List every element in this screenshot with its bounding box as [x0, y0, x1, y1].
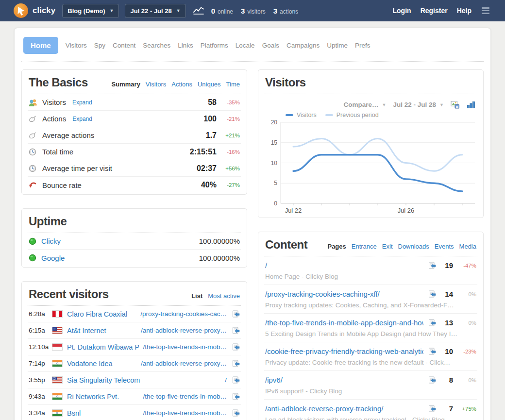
- recent-visitors-rows: 6:28aClaro Fibra Coaxial/proxy-tracking-…: [28, 306, 241, 420]
- content-row: /19-47%Home Page - Clicky Blog: [264, 256, 477, 285]
- expand-link[interactable]: Expand: [72, 99, 92, 106]
- site-selector-dropdown[interactable]: Blog (Demo) ▼: [62, 4, 119, 18]
- bar-chart-icon[interactable]: [467, 101, 475, 108]
- trend-badge: +75%: [453, 406, 476, 412]
- basics-tab-summary[interactable]: Summary: [112, 81, 140, 88]
- uptime-panel: Uptime Clicky100.00000%Google100.00000%: [21, 208, 247, 268]
- compare-dropdown[interactable]: Compare… ▼: [344, 101, 387, 108]
- recent-visitor-row: 3:55pSia Singularity Telecom/: [28, 372, 241, 388]
- visitor-name-link[interactable]: Ri Networks Pvt.: [67, 393, 139, 401]
- tab-content[interactable]: Content: [113, 42, 135, 49]
- basics-tab-actions[interactable]: Actions: [171, 81, 192, 88]
- session-icon[interactable]: [427, 405, 436, 413]
- date-range-label: Jul 22 - Jul 28: [130, 7, 171, 15]
- session-icon[interactable]: [231, 327, 240, 335]
- date-range-dropdown[interactable]: Jul 22 - Jul 28 ▼: [125, 4, 185, 18]
- tab-visitors[interactable]: Visitors: [66, 42, 87, 49]
- visitor-name-link[interactable]: Sia Singularity Telecom: [67, 376, 221, 384]
- visited-page-link[interactable]: /the-top-five-trends-in-mob…: [143, 343, 227, 351]
- menu-icon[interactable]: [481, 6, 490, 15]
- recent-visitor-row: 6:15aAt&t Internet/anti-adblock-reverse-…: [28, 322, 241, 339]
- visitor-name-link[interactable]: Vodafone Idea: [67, 360, 137, 368]
- page-subtitle: Log ad-block visitors with reverse proxy…: [265, 416, 476, 420]
- tab-goals[interactable]: Goals: [262, 42, 279, 49]
- page-path-link[interactable]: /anti-adblock-reverse-proxy-tracking/: [265, 404, 423, 413]
- tab-home[interactable]: Home: [23, 37, 58, 54]
- counter-label: actions: [280, 8, 298, 15]
- export-image-icon[interactable]: [451, 101, 460, 109]
- help-link[interactable]: Help: [457, 7, 471, 15]
- content-tab-downloads[interactable]: Downloads: [398, 243, 429, 250]
- pe-flag-icon: [52, 310, 63, 318]
- visitor-name-link[interactable]: At&t Internet: [67, 327, 137, 335]
- page-path-link[interactable]: /the-top-five-trends-in-mobile-app-desig…: [265, 319, 423, 327]
- recent-visitor-row: 6:28aClaro Fibra Coaxial/proxy-tracking-…: [28, 306, 241, 322]
- session-icon[interactable]: [231, 409, 240, 417]
- tab-spy[interactable]: Spy: [94, 42, 105, 49]
- visit-time: 9:43a: [29, 393, 52, 400]
- session-icon[interactable]: [231, 393, 240, 401]
- cursor-logo-icon[interactable]: [14, 3, 28, 18]
- trend-badge: -35%: [217, 100, 240, 105]
- content-tab-entrance[interactable]: Entrance: [352, 243, 377, 250]
- brand-name[interactable]: clicky: [33, 6, 55, 16]
- session-icon[interactable]: [427, 262, 436, 269]
- content-tab-media[interactable]: Media: [459, 243, 476, 250]
- uptime-monitor-link[interactable]: Clicky: [41, 237, 61, 245]
- page-subtitle: Proxy tracking updates: Cookies, Caching…: [265, 302, 476, 309]
- register-link[interactable]: Register: [421, 7, 448, 15]
- chart-date-range-dropdown[interactable]: Jul 22 - Jul 28 ▼: [393, 101, 444, 108]
- page-path-link[interactable]: /proxy-tracking-cookies-caching-xff/: [265, 290, 423, 298]
- visited-page-link[interactable]: /anti-adblock-reverse-proxy…: [141, 327, 227, 334]
- recent-tab-most-active[interactable]: Most active: [208, 292, 240, 300]
- legend-label: Previous period: [337, 112, 379, 118]
- visited-page-link[interactable]: /anti-adblock-reverse-proxy…: [141, 360, 227, 367]
- page-path-link[interactable]: /ipv6/: [265, 376, 423, 384]
- tab-locale[interactable]: Locale: [236, 42, 255, 49]
- content-tab-pages[interactable]: Pages: [327, 243, 346, 250]
- visitor-name-link[interactable]: Bsnl: [67, 409, 139, 417]
- tab-platforms[interactable]: Platforms: [201, 42, 228, 49]
- svg-text:20: 20: [271, 119, 278, 126]
- session-icon[interactable]: [231, 343, 240, 351]
- visited-page-link[interactable]: /the-top-five-trends-in-mob…: [143, 393, 227, 400]
- visited-page-link[interactable]: /proxy-tracking-cookies-cac…: [140, 310, 227, 318]
- visitor-name-link[interactable]: Claro Fibra Coaxial: [67, 310, 136, 318]
- navbar-right: Login Register Help: [393, 6, 490, 15]
- basics-tab-uniques[interactable]: Uniques: [198, 81, 221, 88]
- recent-visitor-row: 12:10aPt. Dutakom Wibawa Putra/the-top-f…: [28, 339, 241, 355]
- expand-link[interactable]: Expand: [72, 116, 92, 122]
- content-tab-exit[interactable]: Exit: [382, 243, 393, 250]
- session-icon[interactable]: [231, 310, 240, 318]
- tab-links[interactable]: Links: [178, 42, 193, 49]
- basics-tab-visitors[interactable]: Visitors: [146, 81, 166, 88]
- clock-icon: [29, 148, 38, 156]
- svg-text:15: 15: [271, 139, 278, 146]
- page-path-link[interactable]: /: [265, 261, 423, 269]
- visitor-name-link[interactable]: Pt. Dutakom Wibawa Putra: [67, 343, 139, 351]
- session-icon[interactable]: [427, 348, 436, 355]
- content-row-top: /cookie-free-privacy-friendly-tracking-w…: [265, 347, 476, 355]
- visited-page-link[interactable]: /the-top-five-trends-in-mob…: [143, 409, 227, 417]
- session-icon[interactable]: [231, 360, 240, 368]
- session-icon[interactable]: [427, 376, 436, 384]
- basics-rows: VisitorsExpand58-35%ActionsExpand100-21%…: [28, 94, 241, 193]
- clock-icon: [29, 165, 38, 172]
- tab-uptime[interactable]: Uptime: [327, 42, 348, 49]
- page-path-link[interactable]: /cookie-free-privacy-friendly-tracking-w…: [265, 347, 423, 355]
- page-subtitle: Privacy update: Cookie-free tracking is …: [265, 359, 476, 366]
- uptime-monitor-link[interactable]: Google: [41, 254, 65, 262]
- session-icon[interactable]: [231, 376, 240, 384]
- login-link[interactable]: Login: [393, 7, 411, 15]
- session-icon[interactable]: [427, 290, 436, 298]
- recent-tab-list[interactable]: List: [191, 292, 202, 300]
- basics-tab-time[interactable]: Time: [226, 81, 240, 88]
- content-tab-events[interactable]: Events: [435, 243, 454, 250]
- tab-campaigns[interactable]: Campaigns: [286, 42, 320, 49]
- visited-page-link[interactable]: /: [225, 376, 227, 384]
- live-counter-actions: 3actions: [273, 7, 298, 15]
- tab-prefs[interactable]: Prefs: [355, 42, 370, 49]
- tab-searches[interactable]: Searches: [143, 42, 170, 49]
- session-icon[interactable]: [427, 319, 436, 327]
- line-chart-icon[interactable]: [193, 6, 204, 16]
